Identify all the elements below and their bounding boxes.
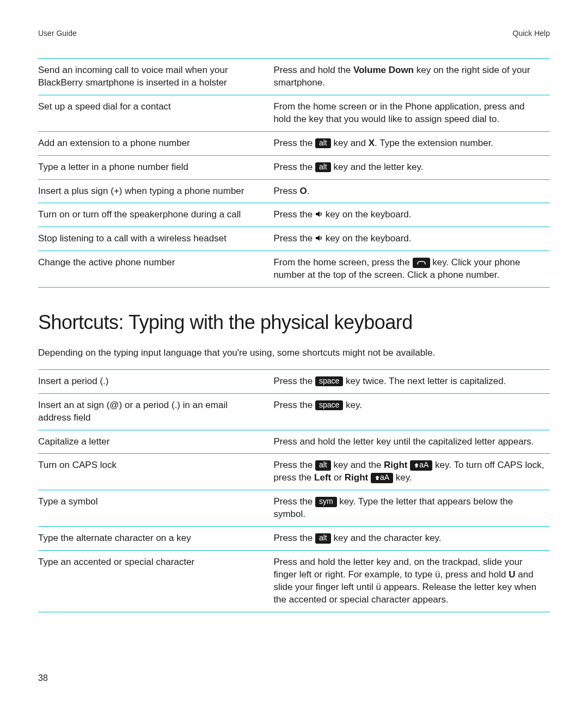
row-action: Insert a plus sign (+) when typing a pho…: [38, 179, 273, 203]
page-container: User Guide Quick Help Send an incoming c…: [0, 0, 588, 706]
table-row: Change the active phone numberFrom the h…: [38, 251, 550, 288]
table-row: Type the alternate character on a keyPre…: [38, 527, 550, 551]
row-action: Type the alternate character on a key: [38, 527, 273, 551]
table-row: Set up a speed dial for a contactFrom th…: [38, 95, 550, 131]
alt-key-icon: alt: [315, 460, 331, 470]
shortcuts-table-1: Send an incoming call to voice mail when…: [38, 58, 550, 288]
row-action: Insert an at sign (@) or a period (.) in…: [38, 393, 273, 430]
row-action: Type an accented or special character: [38, 551, 273, 612]
send-key-icon: [413, 258, 430, 267]
row-instruction: Press the key on the keyboard.: [273, 227, 550, 251]
row-instruction: Press the space key twice. The next lett…: [273, 369, 550, 393]
section-title: Shortcuts: Typing with the physical keyb…: [38, 309, 550, 336]
shift-key-icon: aA: [371, 473, 393, 483]
bold-text: Right: [345, 472, 368, 483]
table-row: Insert an at sign (@) or a period (.) in…: [38, 393, 550, 430]
row-action: Change the active phone number: [38, 251, 273, 288]
row-instruction: Press the alt key and the character key.: [273, 527, 550, 551]
row-action: Add an extension to a phone number: [38, 131, 273, 155]
shift-key-icon: aA: [410, 460, 432, 470]
row-action: Type a letter in a phone number field: [38, 155, 273, 179]
bold-text: Right: [384, 460, 407, 470]
table-row: Stop listening to a call with a wireless…: [38, 227, 550, 251]
row-action: Capitalize a letter: [38, 430, 273, 454]
bold-text: O: [300, 186, 307, 196]
row-action: Stop listening to a call with a wireless…: [38, 227, 273, 251]
row-action: Insert a period (.): [38, 369, 273, 393]
alt-key-icon: alt: [315, 138, 331, 148]
row-instruction: Press and hold the letter key and, on th…: [273, 551, 550, 612]
row-action: Turn on CAPS lock: [38, 454, 273, 490]
table-row: Type an accented or special characterPre…: [38, 551, 550, 612]
table-row: Capitalize a letterPress and hold the le…: [38, 430, 550, 454]
alt-key-icon: alt: [315, 533, 331, 543]
table-row: Insert a plus sign (+) when typing a pho…: [38, 179, 550, 203]
header-right: Quick Help: [513, 28, 550, 39]
bold-text: Volume Down: [353, 65, 414, 75]
table-row: Type a symbolPress the sym key. Type the…: [38, 490, 550, 527]
row-instruction: Press the alt key and the Right aA key. …: [273, 454, 550, 490]
bold-text: X: [369, 138, 375, 148]
table-row: Turn on CAPS lockPress the alt key and t…: [38, 454, 550, 490]
row-instruction: Press the key on the keyboard.: [273, 203, 550, 227]
bold-text: U: [509, 569, 515, 580]
row-action: Send an incoming call to voice mail when…: [38, 58, 273, 95]
speaker-icon: [315, 209, 323, 220]
table-row: Insert a period (.)Press the space key t…: [38, 369, 550, 393]
alt-key-icon: alt: [315, 162, 331, 172]
row-instruction: Press the space key.: [273, 393, 550, 430]
row-action: Set up a speed dial for a contact: [38, 95, 273, 131]
header-left: User Guide: [38, 28, 77, 39]
row-instruction: Press the alt key and X. Type the extens…: [273, 131, 550, 155]
section-intro: Depending on the typing input language t…: [38, 347, 550, 360]
row-action: Type a symbol: [38, 490, 273, 527]
page-header: User Guide Quick Help: [38, 28, 550, 39]
table-row: Turn on or turn off the speakerphone dur…: [38, 203, 550, 227]
sym-key-icon: sym: [315, 497, 337, 507]
row-instruction: Press the alt key and the letter key.: [273, 155, 550, 179]
speaker-icon: [315, 233, 323, 244]
page-number: 38: [38, 672, 48, 684]
table-row: Type a letter in a phone number fieldPre…: [38, 155, 550, 179]
space-key-icon: space: [315, 400, 343, 410]
bold-text: Left: [314, 472, 331, 483]
table-row: Send an incoming call to voice mail when…: [38, 58, 550, 95]
row-instruction: From the home screen or in the Phone app…: [273, 95, 550, 131]
row-instruction: Press and hold the letter key until the …: [273, 430, 550, 454]
shortcuts-table-2: Insert a period (.)Press the space key t…: [38, 369, 550, 612]
row-instruction: From the home screen, press the key. Cli…: [273, 251, 550, 288]
row-instruction: Press O.: [273, 179, 550, 203]
row-instruction: Press the sym key. Type the letter that …: [273, 490, 550, 527]
row-instruction: Press and hold the Volume Down key on th…: [273, 58, 550, 95]
table-row: Add an extension to a phone numberPress …: [38, 131, 550, 155]
row-action: Turn on or turn off the speakerphone dur…: [38, 203, 273, 227]
space-key-icon: space: [315, 376, 343, 386]
